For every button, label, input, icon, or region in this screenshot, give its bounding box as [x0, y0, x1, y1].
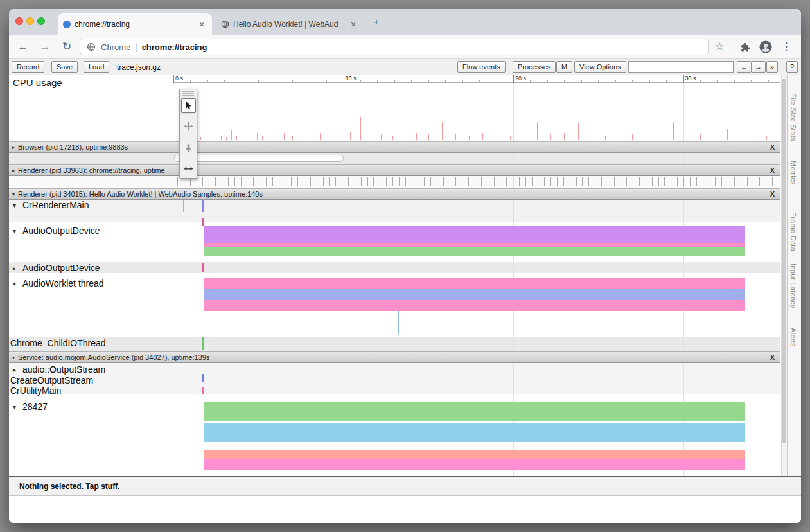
trace-span-28427-green[interactable]: [204, 402, 745, 421]
browser-summary-bar[interactable]: [174, 155, 344, 162]
trace-event-tick[interactable]: [601, 177, 602, 186]
find-next-button[interactable]: →: [751, 61, 766, 73]
trace-span-28427-salmon[interactable]: [204, 450, 745, 459]
tab-close-icon[interactable]: ×: [348, 19, 358, 30]
thread-label-cr-utility-main[interactable]: CrUtilityMain: [10, 386, 61, 396]
trace-event-tick[interactable]: [633, 177, 633, 186]
load-button[interactable]: Load: [84, 61, 109, 73]
minimize-window-button[interactable]: [26, 17, 34, 25]
trace-event-tick[interactable]: [272, 177, 273, 186]
collapsed-triangle-icon[interactable]: ▸: [13, 265, 22, 272]
extensions-puzzle-icon[interactable]: [737, 39, 753, 55]
trace-event-renderer-main-orange[interactable]: [183, 200, 184, 212]
trace-event-tick[interactable]: [228, 177, 229, 186]
trace-event-tick[interactable]: [608, 177, 608, 186]
bookmark-star-icon[interactable]: ☆: [712, 39, 727, 55]
trace-event-tick[interactable]: [652, 177, 653, 186]
trace-event-tick[interactable]: [588, 177, 589, 186]
trace-event-tick[interactable]: [455, 177, 456, 186]
tab-webaudio[interactable]: Hello Audio Worklet! | WebAud ×: [216, 13, 364, 35]
trace-event-tick[interactable]: [215, 177, 216, 186]
trace-event-tick[interactable]: [753, 177, 753, 186]
trace-event-tick[interactable]: [563, 177, 564, 186]
thread-label-audio-output-device-2[interactable]: ▸ AudioOutputDevice: [13, 263, 100, 273]
trace-event-tick[interactable]: [177, 177, 178, 186]
pan-tool-button[interactable]: [181, 119, 196, 134]
trace-event-tick[interactable]: [671, 177, 671, 186]
trace-span-worklet-mid[interactable]: [204, 289, 745, 300]
trace-event-tick[interactable]: [367, 177, 368, 186]
trace-event-tick[interactable]: [222, 177, 222, 186]
audio-service-track[interactable]: [9, 363, 780, 394]
close-track-button[interactable]: X: [770, 166, 775, 174]
trace-event-tick[interactable]: [550, 177, 551, 186]
trace-event-tick[interactable]: [323, 177, 324, 186]
close-track-button[interactable]: X: [770, 353, 775, 361]
trace-span-aod1-mid[interactable]: [204, 243, 745, 247]
thread-label-audio-output-device[interactable]: ▾ AudioOutputDevice: [13, 226, 100, 236]
trace-event-tick[interactable]: [386, 177, 387, 186]
trace-event-create-stream-blue[interactable]: [202, 374, 204, 382]
trace-span-aod1-bottom[interactable]: [204, 247, 745, 256]
trace-event-tick[interactable]: [335, 177, 336, 186]
record-button[interactable]: Record: [12, 61, 44, 73]
find-previous-button[interactable]: ←: [737, 61, 752, 73]
profile-avatar[interactable]: [759, 40, 773, 54]
site-info-globe-icon[interactable]: [87, 42, 96, 51]
save-button[interactable]: Save: [51, 61, 78, 73]
trace-event-tick[interactable]: [405, 177, 406, 186]
trace-event-tick[interactable]: [595, 177, 595, 186]
trace-event-tick[interactable]: [576, 177, 577, 186]
trace-event-tick[interactable]: [519, 177, 520, 186]
trace-event-tick[interactable]: [696, 177, 697, 186]
overflow-chevrons-button[interactable]: »: [766, 61, 778, 73]
trace-event-tick[interactable]: [544, 177, 545, 186]
trace-event-tick[interactable]: [450, 177, 450, 186]
side-tab-alerts[interactable]: Alerts: [789, 328, 797, 347]
expanded-triangle-icon[interactable]: ▾: [12, 191, 15, 197]
help-button[interactable]: ?: [786, 61, 798, 73]
thread-label-chrome-child-io[interactable]: Chrome_ChildIOThread: [10, 338, 106, 348]
close-track-button[interactable]: X: [770, 143, 775, 151]
trace-event-tick[interactable]: [184, 177, 184, 186]
trace-event-tick[interactable]: [317, 177, 317, 186]
trace-event-tick[interactable]: [532, 177, 533, 186]
cr-renderer-main-track[interactable]: [9, 199, 780, 222]
trace-event-tick[interactable]: [361, 177, 362, 186]
palette-drag-handle[interactable]: [182, 91, 194, 96]
trace-span-worklet-top[interactable]: [204, 278, 745, 289]
trace-event-tick[interactable]: [373, 177, 374, 186]
zoom-tool-button[interactable]: [181, 141, 196, 155]
trace-event-tick[interactable]: [329, 177, 330, 186]
browser-track[interactable]: [9, 152, 780, 164]
trace-event-tick[interactable]: [500, 177, 500, 186]
chrome-child-io-track[interactable]: [9, 337, 780, 351]
side-tab-frame-data[interactable]: Frame Data: [789, 212, 797, 251]
metrics-m-button[interactable]: M: [556, 61, 572, 73]
selection-tool-button[interactable]: [181, 98, 196, 113]
trace-event-tick[interactable]: [424, 177, 425, 186]
trace-event-tick[interactable]: [260, 177, 260, 186]
trace-event-tick[interactable]: [355, 177, 355, 186]
trace-event-tick[interactable]: [677, 177, 678, 186]
thread-label-28427[interactable]: ▾ 28427: [13, 402, 48, 412]
trace-event-tick[interactable]: [513, 177, 513, 186]
trace-event-tick[interactable]: [557, 177, 558, 186]
trace-event-tick[interactable]: [690, 177, 691, 186]
timing-tool-button[interactable]: [181, 161, 196, 176]
flow-events-button[interactable]: Flow events: [457, 61, 506, 73]
expanded-triangle-icon[interactable]: ▾: [13, 202, 22, 209]
back-icon[interactable]: ←: [15, 39, 31, 55]
expanded-triangle-icon[interactable]: ▾: [13, 280, 22, 287]
process-header-browser[interactable]: ▸ Browser (pid 17218), uptime:9883s X: [9, 141, 780, 153]
trace-event-tick[interactable]: [437, 177, 437, 186]
reload-icon[interactable]: ↻: [59, 39, 75, 55]
trace-event-tick[interactable]: [709, 177, 709, 186]
trace-event-tick[interactable]: [488, 177, 488, 186]
fullscreen-window-button[interactable]: [37, 17, 45, 25]
trace-event-tick[interactable]: [582, 177, 583, 186]
tab-close-icon[interactable]: ×: [197, 19, 207, 30]
trace-event-tick[interactable]: [399, 177, 400, 186]
trace-event-tick[interactable]: [412, 177, 412, 186]
view-options-button[interactable]: View Options: [574, 61, 626, 73]
